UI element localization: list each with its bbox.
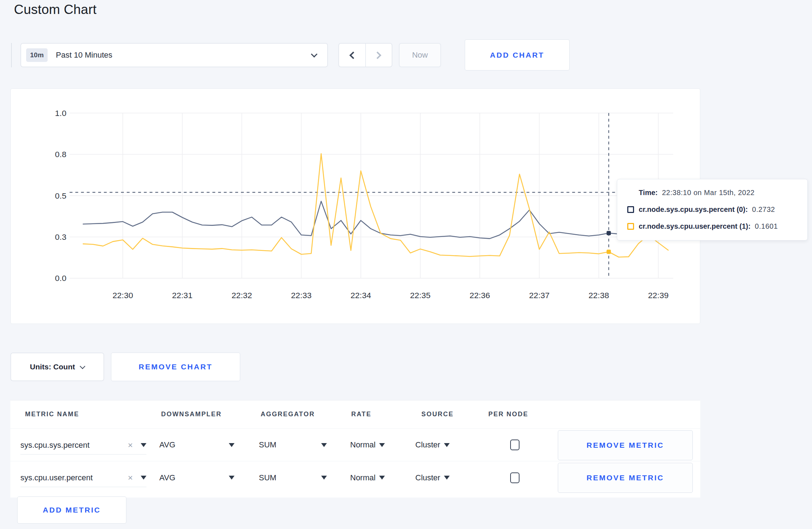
svg-text:22:37: 22:37 (529, 291, 550, 300)
tooltip-time-value: 22:38:10 on Mar 15th, 2022 (662, 189, 755, 197)
dropdown-arrow-icon (229, 443, 235, 447)
source-value: Cluster (415, 473, 440, 482)
time-range-dropdown[interactable]: 10m Past 10 Minutes (20, 43, 328, 67)
svg-text:22:33: 22:33 (291, 291, 311, 300)
metric-name-value: sys.cpu.sys.percent (20, 441, 128, 450)
dropdown-arrow-icon (444, 476, 450, 480)
chevron-left-icon (349, 51, 357, 59)
series-swatch-icon (627, 206, 634, 213)
dropdown-arrow-icon (141, 476, 146, 480)
aggregator-value: SUM (259, 473, 276, 482)
aggregator-select[interactable]: SUM (259, 429, 327, 461)
tooltip-series-row: cr.node.sys.cpu.sys.percent (0): 0.2732 (627, 204, 800, 215)
time-window-nav (338, 43, 392, 67)
source-select[interactable]: Cluster (415, 461, 450, 494)
metric-row: sys.cpu.user.percent × AVG SUM Normal Cl… (10, 461, 700, 494)
units-label: Units: Count (30, 363, 75, 371)
source-value: Cluster (415, 440, 440, 450)
svg-text:22:36: 22:36 (469, 291, 490, 300)
chart-svg: 0.00.30.50.81.022:3022:3122:3222:3322:34… (11, 89, 700, 324)
metrics-table-header: METRIC NAME DOWNSAMPLER AGGREGATOR RATE … (10, 401, 700, 429)
add-chart-button[interactable]: ADD CHART (465, 39, 570, 71)
dropdown-arrow-icon (379, 443, 385, 447)
tooltip-series-value: 0.2732 (752, 205, 775, 214)
svg-text:0.5: 0.5 (55, 191, 67, 200)
svg-text:0.3: 0.3 (55, 232, 67, 242)
svg-text:22:38: 22:38 (589, 291, 609, 300)
dropdown-arrow-icon (321, 443, 327, 447)
tooltip-series-value: 0.1601 (755, 222, 778, 230)
svg-text:22:32: 22:32 (232, 291, 252, 300)
dropdown-arrow-icon (379, 476, 385, 480)
svg-text:22:35: 22:35 (410, 291, 430, 300)
series-swatch-icon (627, 223, 634, 230)
chevron-right-icon (374, 51, 381, 59)
metric-row: sys.cpu.sys.percent × AVG SUM Normal Clu… (10, 429, 700, 461)
remove-metric-button[interactable]: REMOVE METRIC (558, 463, 693, 493)
tooltip-series-label: cr.node.sys.cpu.user.percent (1): (639, 222, 750, 230)
time-range-badge: 10m (26, 48, 48, 62)
metric-name-value: sys.cpu.user.percent (20, 473, 128, 482)
downsampler-select[interactable]: AVG (159, 429, 235, 461)
metrics-table: METRIC NAME DOWNSAMPLER AGGREGATOR RATE … (10, 400, 700, 498)
svg-text:22:31: 22:31 (172, 291, 192, 300)
remove-chart-button[interactable]: REMOVE CHART (111, 353, 240, 381)
per-node-cell (510, 429, 519, 461)
remove-metric-button[interactable]: REMOVE METRIC (558, 430, 693, 460)
chevron-down-icon (80, 363, 86, 369)
dropdown-arrow-icon (444, 443, 450, 447)
svg-text:22:34: 22:34 (351, 291, 371, 300)
col-aggregator: AGGREGATOR (261, 411, 315, 418)
aggregator-select[interactable]: SUM (259, 461, 327, 494)
source-select[interactable]: Cluster (415, 429, 450, 461)
rate-select[interactable]: Normal (350, 429, 385, 461)
per-node-cell (510, 461, 519, 494)
prev-time-button[interactable] (339, 44, 365, 67)
rate-value: Normal (350, 473, 376, 482)
units-dropdown[interactable]: Units: Count (10, 353, 104, 381)
col-per-node: PER NODE (488, 411, 528, 418)
svg-text:22:39: 22:39 (648, 291, 668, 300)
rate-value: Normal (350, 440, 376, 450)
metric-name-select[interactable]: sys.cpu.sys.percent × (20, 436, 146, 455)
clear-metric-icon[interactable]: × (128, 473, 133, 483)
tooltip-series-label: cr.node.sys.cpu.sys.percent (0): (639, 205, 748, 214)
col-source: SOURCE (421, 411, 454, 418)
now-button[interactable]: Now (399, 43, 441, 67)
next-time-button[interactable] (365, 44, 392, 67)
dropdown-arrow-icon (229, 476, 235, 480)
dropdown-arrow-icon (321, 476, 327, 480)
chart-panel[interactable]: 0.00.30.50.81.022:3022:3122:3222:3322:34… (10, 88, 700, 324)
page-title: Custom Chart (14, 2, 97, 17)
col-rate: RATE (351, 411, 371, 418)
tooltip-time-row: Time: 22:38:10 on Mar 15th, 2022 (627, 187, 800, 198)
add-metric-button[interactable]: ADD METRIC (17, 496, 126, 524)
svg-text:0.8: 0.8 (55, 150, 67, 159)
tooltip-series-row: cr.node.sys.cpu.user.percent (1): 0.1601 (627, 221, 800, 232)
per-node-checkbox[interactable] (510, 472, 519, 483)
metric-name-select[interactable]: sys.cpu.user.percent × (20, 469, 146, 487)
tooltip-time-label: Time: (639, 189, 658, 197)
svg-text:22:30: 22:30 (112, 291, 133, 300)
col-metric-name: METRIC NAME (25, 411, 79, 418)
clear-metric-icon[interactable]: × (128, 440, 133, 450)
toolbar-divider (11, 43, 12, 67)
dropdown-arrow-icon (141, 443, 146, 447)
per-node-checkbox[interactable] (510, 440, 519, 450)
downsampler-select[interactable]: AVG (159, 461, 235, 494)
downsampler-value: AVG (159, 473, 175, 482)
svg-text:0.0: 0.0 (55, 273, 67, 283)
col-downsampler: DOWNSAMPLER (161, 411, 222, 418)
time-range-label: Past 10 Minutes (56, 50, 112, 60)
rate-select[interactable]: Normal (350, 461, 385, 494)
chevron-down-icon (311, 51, 317, 57)
aggregator-value: SUM (259, 440, 276, 450)
downsampler-value: AVG (159, 440, 175, 450)
svg-text:1.0: 1.0 (55, 108, 67, 118)
chart-tooltip: Time: 22:38:10 on Mar 15th, 2022 cr.node… (617, 179, 808, 241)
